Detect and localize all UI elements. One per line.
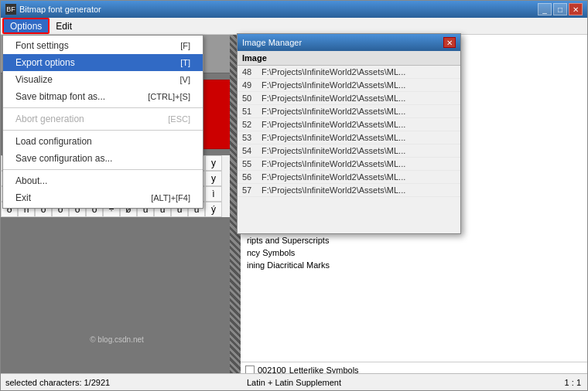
- menu-exit[interactable]: Exit [ALT]+[F4]: [3, 189, 203, 206]
- dialog-list-row[interactable]: 54 F:\Projects\InfiniteWorld2\Assets\ML.…: [238, 144, 460, 158]
- menu-save-bitmap[interactable]: Save bitmap font as... [CTRL]+[S]: [3, 88, 203, 105]
- dialog-list-row[interactable]: 48 F:\Projects\InfiniteWorld2\Assets\ML.…: [238, 66, 460, 79]
- menu-visualize[interactable]: Visualize [V]: [3, 71, 203, 88]
- title-bar-controls: _ □ ✕: [538, 3, 583, 15]
- char-type-item[interactable]: ncy Symbols: [241, 246, 587, 259]
- dialog-list-row[interactable]: 52 F:\Projects\InfiniteWorld2\Assets\ML.…: [238, 118, 460, 131]
- app-title: Bitmap font generator: [19, 5, 101, 14]
- dialog-list-row[interactable]: 56 F:\Projects\InfiniteWorld2\Assets\ML.…: [238, 171, 460, 184]
- dialog-title-bar: Image Manager ✕: [238, 34, 460, 51]
- char-cell[interactable]: ý: [205, 202, 222, 217]
- dialog-list-row[interactable]: 50 F:\Projects\InfiniteWorld2\Assets\ML.…: [238, 92, 460, 105]
- char-set-label: Latin + Latin Supplement: [247, 378, 341, 387]
- image-manager-dialog: Image Manager ✕ Image 48 F:\Projects\Inf…: [237, 33, 461, 234]
- minimize-button[interactable]: _: [538, 3, 552, 15]
- menu-bar: Options Edit Font settings [F] Export op…: [1, 18, 587, 35]
- separator-2: [3, 130, 203, 131]
- char-type-item[interactable]: ripts and Superscripts: [241, 234, 587, 246]
- dialog-list-row[interactable]: 53 F:\Projects\InfiniteWorld2\Assets\ML.…: [238, 131, 460, 144]
- dialog-title: Image Manager: [242, 38, 302, 47]
- status-bar: selected characters: 1/2921: [1, 373, 241, 390]
- dialog-image-list[interactable]: 48 F:\Projects\InfiniteWorld2\Assets\ML.…: [238, 66, 460, 233]
- maximize-button[interactable]: □: [553, 3, 567, 15]
- menu-options[interactable]: Options: [2, 18, 50, 34]
- menu-about[interactable]: About...: [3, 172, 203, 189]
- app-window: BF Bitmap font generator _ □ ✕ Options E…: [0, 0, 588, 391]
- menu-font-settings[interactable]: Font settings [F]: [3, 37, 203, 54]
- close-button[interactable]: ✕: [569, 3, 583, 15]
- status-bar-right: Latin + Latin Supplement 1 : 1: [241, 373, 587, 390]
- menu-export-options[interactable]: Export options [T]: [3, 54, 203, 71]
- menu-load-config[interactable]: Load configuration: [3, 133, 203, 150]
- menu-save-config[interactable]: Save configuration as...: [3, 150, 203, 167]
- separator-1: [3, 107, 203, 108]
- dialog-list-row[interactable]: 55 F:\Projects\InfiniteWorld2\Assets\ML.…: [238, 158, 460, 171]
- char-cell[interactable]: y: [205, 155, 222, 171]
- char-cell[interactable]: y: [205, 171, 222, 186]
- char-cell[interactable]: ì: [205, 186, 222, 202]
- separator-3: [3, 169, 203, 170]
- selected-chars-status: selected characters: 1/2921: [5, 378, 110, 387]
- char-type-item[interactable]: ining Diacritical Marks: [241, 259, 587, 271]
- dialog-list-row[interactable]: 57 F:\Projects\InfiniteWorld2\Assets\ML.…: [238, 184, 460, 197]
- dialog-content: Image 48 F:\Projects\InfiniteWorld2\Asse…: [238, 51, 460, 233]
- dialog-close-button[interactable]: ✕: [443, 37, 456, 48]
- options-dropdown: Font settings [F] Export options [T] Vis…: [2, 35, 203, 209]
- app-icon: BF: [5, 4, 16, 15]
- menu-abort: Abort generation [ESC]: [3, 110, 203, 128]
- dialog-list-header: Image: [238, 51, 460, 66]
- title-bar-left: BF Bitmap font generator: [5, 4, 101, 15]
- dialog-list-row[interactable]: 49 F:\Projects\InfiniteWorld2\Assets\ML.…: [238, 79, 460, 92]
- zoom-level: 1 : 1: [565, 378, 581, 387]
- dialog-list-row[interactable]: 51 F:\Projects\InfiniteWorld2\Assets\ML.…: [238, 105, 460, 118]
- menu-edit[interactable]: Edit: [50, 18, 78, 34]
- title-bar: BF Bitmap font generator _ □ ✕: [1, 1, 587, 18]
